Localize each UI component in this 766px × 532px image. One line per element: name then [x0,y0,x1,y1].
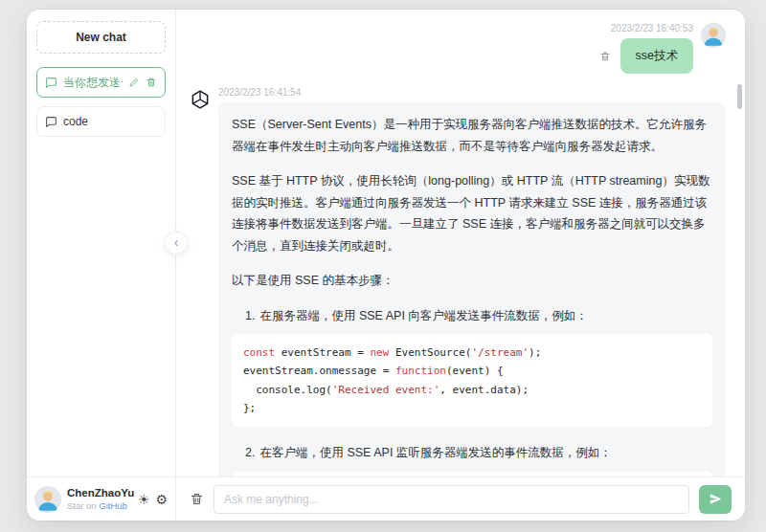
message-input[interactable] [214,485,689,514]
clear-conversation-icon[interactable] [190,492,204,506]
chat-bubble-icon [45,77,57,89]
star-on-text: Star on [67,500,99,511]
assistant-message: 2023/2/23 16:41:54 SSE（Server-Sent Event… [190,87,726,477]
list-text: 在客户端，使用 SSE API 监听服务器端发送的事件流数据，例如： [259,442,611,464]
message-list: 2023/2/23 16:40:53 sse技术 [176,10,745,477]
paragraph: SSE 基于 HTTP 协议，使用长轮询（long-polling）或 HTTP… [232,170,712,256]
user-message-bubble: sse技术 [620,38,693,74]
sidebar-collapse-button[interactable]: ‹ [165,232,188,255]
chat-title: 当你想发送一张照... [63,75,123,91]
new-chat-button[interactable]: New chat [36,21,166,54]
delete-message-icon[interactable] [599,51,611,62]
theme-toggle-icon[interactable]: ☀ [138,493,150,506]
send-button[interactable] [699,485,732,514]
list-item: 2. 在客户端，使用 SSE API 监听服务器端发送的事件流数据，例如： [232,442,712,464]
openai-logo-icon [190,89,211,110]
assistant-message-bubble: SSE（Server-Sent Events）是一种用于实现服务器向客户端推送数… [218,102,726,477]
github-link[interactable]: GitHub [99,500,127,511]
chat-bubble-icon [45,116,57,128]
edit-icon[interactable] [128,77,140,88]
account-name: ChenZhaoYu [67,486,132,499]
scrollbar-thumb[interactable] [737,84,742,109]
footer: ChenZhaoYu Star on GitHub ☀ ⚙ [27,477,745,521]
paragraph: 以下是使用 SSE 的基本步骤： [232,270,712,292]
account-meta: ChenZhaoYu Star on GitHub [67,486,132,511]
chat-area: ‹ 2023/2/23 16:40:53 sse技术 [176,10,745,477]
account-subtitle: Star on GitHub [67,500,132,512]
user-avatar [701,23,726,48]
list-number: 2. [245,442,255,464]
message-timestamp: 2023/2/23 16:40:53 [611,23,693,33]
delete-chat-icon[interactable] [146,77,157,88]
settings-gear-icon[interactable]: ⚙ [155,493,168,506]
paper-plane-icon [709,492,723,506]
app-window: New chat 当你想发送一张照... [27,10,745,521]
user-avatar [34,486,61,513]
composer [176,477,745,521]
message-timestamp: 2023/2/23 16:41:54 [218,87,726,98]
user-message: 2023/2/23 16:40:53 sse技术 [190,19,726,74]
list-text: 在服务器端，使用 SSE API 向客户端发送事件流数据，例如： [259,305,587,327]
list-item: 1. 在服务器端，使用 SSE API 向客户端发送事件流数据，例如： [232,305,712,327]
account-section: ChenZhaoYu Star on GitHub ☀ ⚙ [27,477,176,521]
sidebar-item-chat-1[interactable]: code [36,106,166,137]
list-number: 1. [245,305,255,327]
chat-title: code [63,115,157,128]
new-chat-label: New chat [76,31,126,44]
code-block-client: app.get('/stream', (req, res) => { res.s… [232,472,712,477]
paragraph: SSE（Server-Sent Events）是一种用于实现服务器向客户端推送数… [232,114,712,157]
code-block-server: const eventStream = new EventSource('/st… [232,334,712,427]
sidebar-item-chat-0[interactable]: 当你想发送一张照... [36,67,166,98]
sidebar: New chat 当你想发送一张照... [27,10,176,477]
